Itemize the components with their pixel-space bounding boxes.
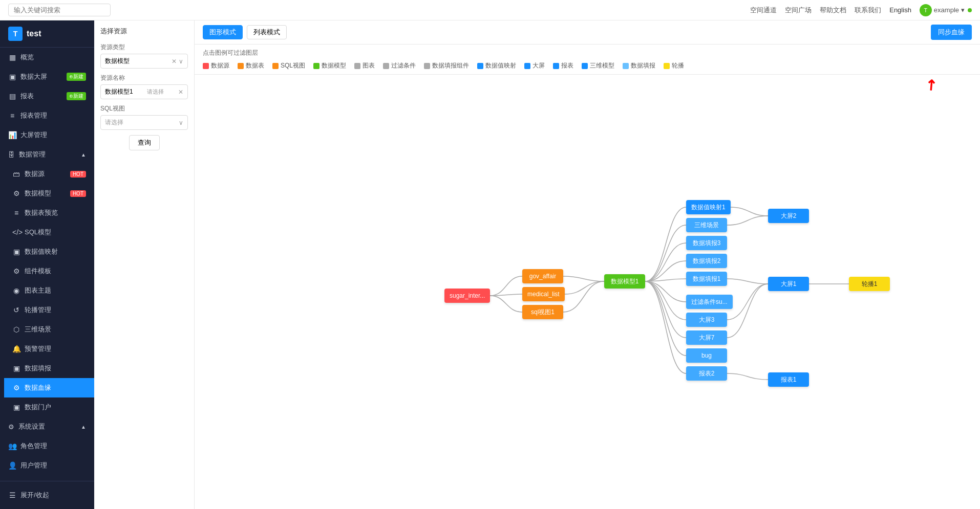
sidebar-label-screen-manage: 大屏管理 <box>20 130 47 140</box>
sidebar-item-report[interactable]: ▤ 报表 ⊕新建 <box>0 86 94 106</box>
legend-3dmodel[interactable]: 三维模型 <box>582 61 614 70</box>
sidebar-item-lineage[interactable]: ⚙ 数据血缘 <box>4 378 94 397</box>
clear-name-icon[interactable]: ✕ <box>178 88 183 96</box>
node-data-map1[interactable]: 数据值映射1 <box>686 200 731 214</box>
toolbar-mode-buttons: 图形模式 列表模式 <box>203 25 287 39</box>
legend-carousel[interactable]: 轮播 <box>664 61 684 70</box>
node-data-model1[interactable]: 数据模型1 <box>604 274 645 289</box>
node-medical-list[interactable]: medical_list <box>522 287 565 301</box>
map-icon: ▣ <box>12 248 20 256</box>
sidebar-expand-collapse[interactable]: ☰ 展开/收起 <box>0 485 94 505</box>
node-scene3d[interactable]: 三维场景 <box>686 218 727 232</box>
node-gov-affair[interactable]: gov_affair <box>522 269 563 283</box>
sidebar-item-datafill[interactable]: ▣ 数据填报 <box>4 359 94 378</box>
legend-report2[interactable]: 报表 <box>553 61 573 70</box>
language-button[interactable]: English <box>889 6 911 14</box>
sidebar-item-datasource[interactable]: 🗃 数据源 HOT <box>4 164 94 184</box>
sidebar-item-scene3d[interactable]: ⬡ 三维场景 <box>4 320 94 339</box>
sidebar-item-sqlmodel[interactable]: </> SQL模型 <box>4 223 94 242</box>
node-bug[interactable]: bug <box>686 348 727 363</box>
node-sql-view[interactable]: sql视图1 <box>522 305 563 319</box>
gateway-icon: ▣ <box>12 403 20 411</box>
node-datafill2[interactable]: 数据填报2 <box>686 254 727 268</box>
node-screen7[interactable]: 大屏7 <box>686 330 727 345</box>
sidebar-item-report-manage[interactable]: ≡ 报表管理 <box>0 106 94 125</box>
sidebar-label-report-manage: 报表管理 <box>20 111 47 120</box>
app-name: test <box>27 29 41 38</box>
resource-type-select[interactable]: 数据模型 ✕ ∨ <box>100 54 188 69</box>
datamodel-legend-label: 数据模型 <box>322 61 346 70</box>
query-button[interactable]: 查询 <box>129 135 160 150</box>
legend-datafill2[interactable]: 数据填报 <box>623 61 655 70</box>
sidebar-item-component[interactable]: ⚙ 组件模板 <box>4 261 94 281</box>
legend-area: 点击图例可过滤图层 数据源 数据表 SQL视图 数据模型 <box>195 45 980 75</box>
legend-datamap2[interactable]: 数据值映射 <box>477 61 516 70</box>
sidebar: T test ▦ 概览 ▣ 数据大屏 ⊕新建 ▤ 报表 ⊕新建 ≡ 报表管理 📊… <box>0 20 94 509</box>
space-square-link[interactable]: 空间广场 <box>785 6 812 15</box>
sidebar-item-overview[interactable]: ▦ 概览 <box>0 48 94 67</box>
datafill2-legend-label: 数据填报 <box>631 61 655 70</box>
sidebar-section-data-manage[interactable]: 🗄 数据管理 ▲ <box>0 145 94 164</box>
space-channel-link[interactable]: 空间通道 <box>750 6 777 15</box>
legend-filter[interactable]: 过滤条件 <box>383 61 416 70</box>
report2-color <box>553 63 559 69</box>
sidebar-item-charttheme[interactable]: ◉ 图表主题 <box>4 281 94 300</box>
legend-bigscreen[interactable]: 大屏 <box>524 61 545 70</box>
node-screen3[interactable]: 大屏3 <box>686 313 727 327</box>
legend-datatable[interactable]: 数据表 <box>238 61 264 70</box>
username: example <box>934 6 959 14</box>
clear-icon[interactable]: ✕ <box>172 58 177 65</box>
sidebar-item-datamap[interactable]: ▣ 数据值映射 <box>4 242 94 261</box>
legend-datafill-component[interactable]: 数据填报组件 <box>424 61 469 70</box>
node-datafill3[interactable]: 数据填报3 <box>686 236 727 250</box>
legend-chart[interactable]: 图表 <box>354 61 375 70</box>
user-menu-button[interactable]: T example ▾ <box>920 4 972 16</box>
search-input[interactable] <box>8 4 111 16</box>
node-report1[interactable]: 报表1 <box>768 372 809 387</box>
graph-mode-button[interactable]: 图形模式 <box>203 25 243 39</box>
sql-view-select[interactable]: 请选择 ∨ <box>100 115 188 130</box>
datasource-color <box>203 63 209 69</box>
sidebar-label-charttheme: 图表主题 <box>25 286 51 295</box>
dropdown-icon[interactable]: ∨ <box>179 58 183 65</box>
contact-us-link[interactable]: 联系我们 <box>855 6 881 15</box>
sidebar-label-lineage: 数据血缘 <box>25 383 51 392</box>
new-badge-datascreen[interactable]: ⊕新建 <box>67 73 86 81</box>
help-docs-link[interactable]: 帮助文档 <box>820 6 846 15</box>
sidebar-item-screen-manage[interactable]: 📊 大屏管理 <box>0 125 94 145</box>
node-datafill1[interactable]: 数据填报1 <box>686 272 727 286</box>
sidebar-item-datascreen[interactable]: ▣ 数据大屏 ⊕新建 <box>0 67 94 86</box>
sidebar-section-system[interactable]: ⚙ 系统设置 ▲ <box>0 417 94 436</box>
new-badge-report[interactable]: ⊕新建 <box>67 92 86 100</box>
filter-legend-label: 过滤条件 <box>391 61 416 70</box>
resource-name-select[interactable]: 数据模型1 请选择 ✕ <box>100 84 188 99</box>
resource-name-value: 数据模型1 <box>105 87 133 96</box>
carousel-icon: ↺ <box>12 306 20 314</box>
legend-sqlview[interactable]: SQL视图 <box>272 61 305 70</box>
node-filter-su[interactable]: 过滤条件su... <box>686 295 733 309</box>
resource-name-placeholder: 请选择 <box>147 88 164 96</box>
resource-name-group: 资源名称 数据模型1 请选择 ✕ <box>100 74 188 99</box>
sidebar-sub-group: 🗃 数据源 HOT ⚙ 数据模型 HOT ≡ 数据表预览 </> SQL模型 ▣… <box>0 164 94 417</box>
sidebar-item-user[interactable]: 👤 用户管理 <box>0 456 94 475</box>
list-mode-button[interactable]: 列表模式 <box>247 25 287 39</box>
sidebar-item-carousel[interactable]: ↺ 轮播管理 <box>4 300 94 320</box>
node-screen1[interactable]: 大屏1 <box>768 277 809 291</box>
datatable-color <box>238 63 244 69</box>
sidebar-item-alert[interactable]: 🔔 预警管理 <box>4 339 94 359</box>
node-sugar-inter[interactable]: sugar_inter... <box>444 289 490 303</box>
node-carousel1[interactable]: 轮播1 <box>849 277 890 291</box>
expand-icon: ☰ <box>8 491 16 499</box>
sidebar-item-role[interactable]: 👥 角色管理 <box>0 436 94 456</box>
legend-datasource[interactable]: 数据源 <box>203 61 229 70</box>
scene-icon: ⬡ <box>12 325 20 334</box>
graph-svg <box>195 75 980 509</box>
node-report2[interactable]: 报表2 <box>686 366 727 381</box>
legend-datamodel[interactable]: 数据模型 <box>313 61 346 70</box>
sidebar-item-datagateway[interactable]: ▣ 数据门户 <box>4 397 94 417</box>
sidebar-item-datamodel[interactable]: ⚙ 数据模型 HOT <box>4 184 94 203</box>
node-screen2[interactable]: 大屏2 <box>768 209 809 223</box>
sql-dropdown-icon[interactable]: ∨ <box>179 119 183 126</box>
sync-lineage-button[interactable]: 同步血缘 <box>931 25 972 40</box>
sidebar-item-datatable[interactable]: ≡ 数据表预览 <box>4 203 94 223</box>
